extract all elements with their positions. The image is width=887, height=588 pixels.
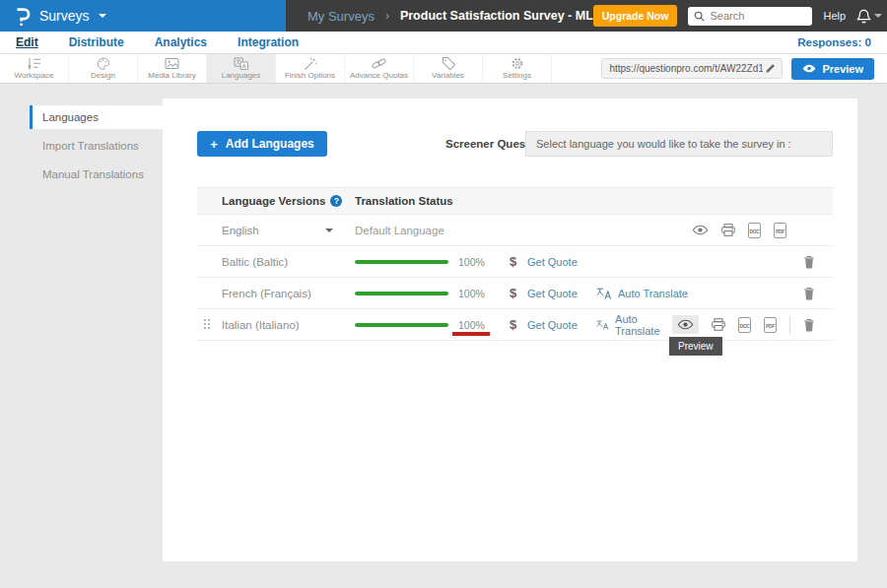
print-language-button[interactable] xyxy=(712,318,725,331)
toolbar-item-finish-options[interactable]: Finish Options xyxy=(276,54,345,83)
export-doc-button[interactable]: DOC xyxy=(738,317,751,333)
trash-icon xyxy=(803,318,815,332)
dollar-icon[interactable]: $ xyxy=(510,317,521,332)
doc-icon: DOC xyxy=(749,229,759,234)
add-languages-button[interactable]: + Add Languages xyxy=(197,131,327,157)
toolbar-item-workspace[interactable]: Workspace xyxy=(0,54,69,83)
auto-translate-link[interactable]: Auto Translate xyxy=(596,288,688,299)
delete-language-button[interactable] xyxy=(803,318,815,332)
toolbar-item-languages[interactable]: Languages xyxy=(207,54,276,83)
table-row-baltic: Baltic (Baltic) 100% $ Get Quote xyxy=(197,246,833,278)
toolbar-label: Workspace xyxy=(15,71,54,80)
toolbar-label: Languages xyxy=(222,71,261,80)
trash-icon xyxy=(803,255,815,269)
help-link[interactable]: Help xyxy=(823,10,846,22)
translation-progress-bar xyxy=(355,260,448,264)
chevron-down-icon xyxy=(325,229,333,232)
printer-icon xyxy=(721,224,735,236)
print-language-button[interactable] xyxy=(721,224,735,236)
export-pdf-button[interactable]: PDF xyxy=(774,223,786,238)
breadcrumb-my-surveys[interactable]: My Surveys xyxy=(307,9,375,24)
survey-url-field[interactable] xyxy=(601,58,783,79)
header-translation-status: Translation Status xyxy=(355,195,453,207)
upgrade-now-button[interactable]: Upgrade Now xyxy=(593,5,678,27)
breadcrumb-separator-icon: › xyxy=(385,9,389,23)
pencil-icon xyxy=(765,63,776,74)
dollar-icon[interactable]: $ xyxy=(510,286,521,300)
export-doc-button[interactable]: DOC xyxy=(748,223,761,238)
tab-integration[interactable]: Integration xyxy=(238,35,299,49)
pdf-icon: PDF xyxy=(776,229,785,234)
default-language-select[interactable]: English xyxy=(197,225,355,236)
screener-question-value: Select language you would like to take t… xyxy=(536,138,791,150)
tab-analytics[interactable]: Analytics xyxy=(155,35,207,49)
table-row-italian: Italian (Italiano) 100% $ Get Quote Auto… xyxy=(197,309,833,341)
header-language-versions: Language Versions ? xyxy=(197,195,355,207)
sidebar-item-manual-translations[interactable]: Manual Translations xyxy=(30,163,163,186)
trash-icon xyxy=(803,287,815,300)
languages-sidebar: Languages Import Translations Manual Tra… xyxy=(30,105,163,191)
preview-button[interactable]: Preview xyxy=(791,58,874,80)
help-icon[interactable]: ? xyxy=(330,195,342,207)
toolbar-item-advance-quotas[interactable]: Advance Quotas xyxy=(345,54,414,83)
sidebar-item-languages[interactable]: Languages xyxy=(30,105,163,129)
tab-distribute[interactable]: Distribute xyxy=(69,35,124,49)
bell-icon xyxy=(856,9,871,24)
auto-translate-link[interactable]: Auto Translate xyxy=(596,313,672,337)
sidebar-item-label: Manual Translations xyxy=(42,168,144,180)
toolbar-label: Advance Quotas xyxy=(350,71,408,80)
row-actions xyxy=(803,255,833,269)
sidebar-item-import-translations[interactable]: Import Translations xyxy=(30,134,163,158)
eye-icon xyxy=(802,64,816,73)
preview-tooltip: Preview xyxy=(669,337,722,356)
toolbar-label: Settings xyxy=(503,71,531,80)
add-languages-label: Add Languages xyxy=(226,137,314,151)
survey-url-input[interactable] xyxy=(609,63,763,74)
preview-language-button[interactable]: Preview xyxy=(672,315,699,334)
toolbar-item-media-library[interactable]: Media Library xyxy=(138,54,207,83)
questionpro-app: Surveys My Surveys › Product Satisfactio… xyxy=(0,0,887,588)
drag-handle[interactable] xyxy=(204,319,211,330)
dollar-icon[interactable]: $ xyxy=(510,254,521,269)
export-pdf-button[interactable]: PDF xyxy=(764,317,777,333)
table-row-english: English Default Language xyxy=(197,215,833,246)
get-quote-link[interactable]: Get Quote xyxy=(527,256,579,268)
tab-edit[interactable]: Edit xyxy=(16,35,38,49)
global-search[interactable] xyxy=(688,7,812,26)
language-name: French (Français) xyxy=(197,288,355,299)
settings-icon xyxy=(511,57,524,70)
screener-question-field[interactable]: Select language you would like to take t… xyxy=(525,131,833,157)
preview-language-button[interactable] xyxy=(692,225,709,235)
breadcrumb: My Surveys › Product Satisfaction Survey… xyxy=(286,9,593,24)
media-library-icon xyxy=(165,57,179,70)
responses-count[interactable]: Responses: 0 xyxy=(797,36,871,48)
toolbar-item-design[interactable]: Design xyxy=(69,54,138,83)
languages-table: Language Versions ? Translation Status E… xyxy=(197,187,833,341)
auto-translate-icon xyxy=(596,319,609,331)
row-actions xyxy=(803,287,833,300)
notifications-menu[interactable] xyxy=(856,9,882,24)
toolbar-item-variables[interactable]: Variables xyxy=(414,54,483,83)
surveys-menu[interactable]: Surveys xyxy=(0,0,286,32)
top-navbar: Surveys My Surveys › Product Satisfactio… xyxy=(0,0,887,32)
translation-progress-bar xyxy=(355,323,448,327)
delete-language-button[interactable] xyxy=(803,287,815,300)
auto-translate-label: Auto Translate xyxy=(615,313,672,337)
search-input[interactable] xyxy=(710,10,798,22)
variables-icon xyxy=(442,57,455,70)
get-quote-link[interactable]: Get Quote xyxy=(527,319,579,331)
language-name: Italian (Italiano) xyxy=(197,319,355,331)
get-quote-link[interactable]: Get Quote xyxy=(527,288,579,299)
questionpro-logo-icon xyxy=(14,7,31,26)
eye-icon xyxy=(692,225,709,235)
language-name: Baltic (Baltic) xyxy=(197,256,355,268)
toolbar-item-settings[interactable]: Settings xyxy=(483,54,552,83)
toolbar-label: Variables xyxy=(432,71,464,80)
search-icon xyxy=(694,11,705,22)
printer-icon xyxy=(712,318,725,331)
edit-toolbar: Workspace Design Media Library xyxy=(0,54,887,84)
preview-button-label: Preview xyxy=(822,63,863,75)
pdf-icon: PDF xyxy=(766,323,775,329)
delete-language-button[interactable] xyxy=(803,255,815,269)
edit-url-button[interactable] xyxy=(763,61,778,76)
